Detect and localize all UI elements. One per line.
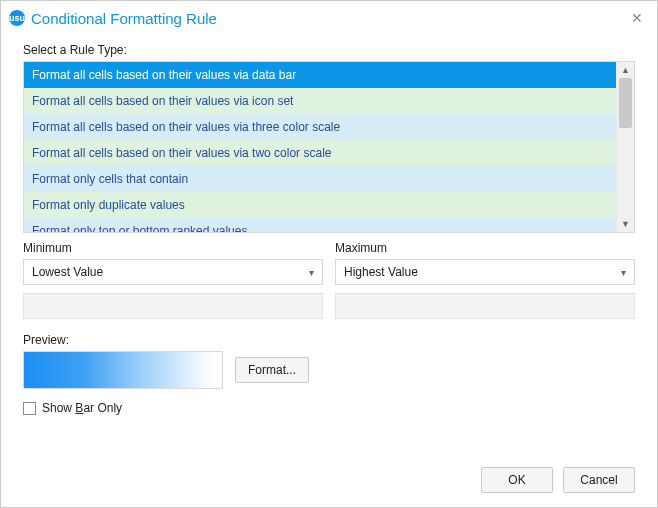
rule-type-item[interactable]: Format only top or bottom ranked values	[24, 218, 616, 232]
cancel-button[interactable]: Cancel	[563, 467, 635, 493]
min-max-row: Minimum Lowest Value ▾ Maximum Highest V…	[23, 241, 635, 319]
rule-type-list: Format all cells based on their values v…	[23, 61, 635, 233]
scroll-up-icon[interactable]: ▲	[617, 62, 634, 78]
maximum-value-input	[335, 293, 635, 319]
preview-label: Preview:	[23, 333, 635, 347]
conditional-formatting-dialog: usu Conditional Formatting Rule ✕ Select…	[0, 0, 658, 508]
dialog-title: Conditional Formatting Rule	[31, 10, 217, 27]
chevron-down-icon: ▾	[621, 267, 626, 278]
minimum-label: Minimum	[23, 241, 323, 255]
maximum-type-value: Highest Value	[344, 265, 621, 279]
preview-swatch	[23, 351, 223, 389]
scroll-track[interactable]	[617, 78, 634, 216]
select-rule-type-label: Select a Rule Type:	[23, 43, 635, 57]
preview-row: Format...	[23, 351, 635, 389]
maximum-column: Maximum Highest Value ▾	[335, 241, 635, 319]
minimum-type-value: Lowest Value	[32, 265, 309, 279]
rule-type-item[interactable]: Format only cells that contain	[24, 166, 616, 192]
checkbox-box-icon	[23, 402, 36, 415]
format-button[interactable]: Format...	[235, 357, 309, 383]
rule-type-item[interactable]: Format only duplicate values	[24, 192, 616, 218]
app-icon: usu	[9, 10, 25, 26]
maximum-type-dropdown[interactable]: Highest Value ▾	[335, 259, 635, 285]
rule-type-item[interactable]: Format all cells based on their values v…	[24, 62, 616, 88]
show-bar-only-checkbox[interactable]: Show Bar Only	[23, 401, 635, 415]
minimum-value-input	[23, 293, 323, 319]
rule-type-list-items: Format all cells based on their values v…	[24, 62, 616, 232]
show-bar-only-label: Show Bar Only	[42, 401, 122, 415]
rule-type-item[interactable]: Format all cells based on their values v…	[24, 88, 616, 114]
scroll-down-icon[interactable]: ▼	[617, 216, 634, 232]
rule-list-scrollbar[interactable]: ▲ ▼	[616, 62, 634, 232]
minimum-column: Minimum Lowest Value ▾	[23, 241, 323, 319]
ok-button[interactable]: OK	[481, 467, 553, 493]
maximum-label: Maximum	[335, 241, 635, 255]
minimum-type-dropdown[interactable]: Lowest Value ▾	[23, 259, 323, 285]
dialog-content: Select a Rule Type: Format all cells bas…	[1, 35, 657, 459]
scroll-thumb[interactable]	[619, 78, 632, 128]
titlebar: usu Conditional Formatting Rule ✕	[1, 1, 657, 35]
chevron-down-icon: ▾	[309, 267, 314, 278]
rule-type-item[interactable]: Format all cells based on their values v…	[24, 114, 616, 140]
close-icon[interactable]: ✕	[627, 8, 647, 28]
rule-type-item[interactable]: Format all cells based on their values v…	[24, 140, 616, 166]
dialog-footer: OK Cancel	[1, 459, 657, 507]
